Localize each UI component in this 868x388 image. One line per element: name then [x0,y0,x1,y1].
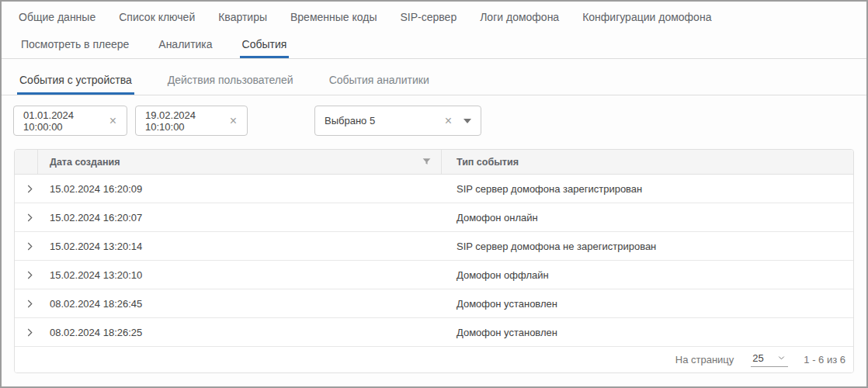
date-column-header: Дата создания [38,150,442,174]
per-page-select[interactable]: 25 [751,352,788,367]
expand-column-header [15,150,38,174]
row-type: Домофон установлен [442,327,853,338]
tab-analitika[interactable]: Аналитика [156,33,214,58]
expand-row-icon[interactable] [24,298,36,310]
expand-row-icon[interactable] [24,183,36,195]
funnel-filter-icon[interactable] [422,157,432,167]
row-type: SIP сервер домофона не зарегистрирован [442,241,853,252]
row-date: 15.02.2024 16:20:07 [38,212,442,223]
row-type: Домофон установлен [442,298,853,310]
date-to-value: 19.02.2024 10:10:00 [145,109,229,133]
filters-row: 01.01.2024 10:00:00 × 19.02.2024 10:10:0… [13,106,866,136]
chevron-down-icon [776,353,786,363]
events-table: Дата создания Тип события 15.02.2024 16:… [14,149,854,373]
subtab-sobytiya-analitiki[interactable]: События аналитики [327,59,432,95]
table-row[interactable]: 15.02.2024 13:20:10 Домофон оффлайн [15,261,853,289]
events-subtab-bar: События с устройства Действия пользовате… [2,59,866,95]
date-to-input[interactable]: 19.02.2024 10:10:00 × [135,106,248,136]
tab-sip-server[interactable]: SIP-сервер [401,11,457,23]
row-date: 08.02.2024 18:26:25 [38,327,442,338]
table-row[interactable]: 15.02.2024 16:20:07 Домофон онлайн [15,203,853,232]
pagination-range: 1 - 6 из 6 [804,354,845,365]
type-column-label: Тип события [457,157,519,168]
per-page-label: На страницу [675,354,734,365]
expand-row-icon[interactable] [24,241,36,252]
expand-row-icon[interactable] [24,269,36,281]
clear-icon[interactable]: × [229,115,238,127]
row-type: Домофон онлайн [442,212,853,223]
caret-down-icon[interactable] [464,119,471,123]
table-header-row: Дата создания Тип события [15,150,853,175]
clear-icon[interactable]: × [444,115,453,127]
table-row[interactable]: 15.02.2024 13:20:14 SIP сервер домофона … [15,232,853,261]
subtab-deystviya-polzovateley[interactable]: Действия пользователей [165,59,296,95]
tab-konfiguracii-domofona[interactable]: Конфигурации домофона [582,11,711,23]
per-page-value: 25 [752,352,763,364]
secondary-tab-bar: Посмотреть в плеере Аналитика События [2,33,866,59]
table-row[interactable]: 08.02.2024 18:26:45 Домофон установлен [15,289,853,318]
event-type-select[interactable]: Выбрано 5 × [314,106,481,136]
tab-obshchie-dannye[interactable]: Общие данные [19,11,95,23]
date-from-input[interactable]: 01.01.2024 10:00:00 × [13,106,127,136]
clear-icon[interactable]: × [109,115,117,127]
expand-row-icon[interactable] [24,327,36,338]
tab-kvartiry[interactable]: Квартиры [218,11,267,23]
main-tab-bar: Общие данные Список ключей Квартиры Врем… [2,2,866,33]
date-from-value: 01.01.2024 10:00:00 [23,109,109,133]
tab-posmotret-v-pleere[interactable]: Посмотреть в плеере [19,33,131,58]
tab-vremennye-kody[interactable]: Временные коды [290,11,377,23]
tab-logi-domofona[interactable]: Логи домофона [480,11,559,23]
app-window: Общие данные Список ключей Квартиры Врем… [0,0,868,388]
tab-spisok-klyuchey[interactable]: Список ключей [119,11,195,23]
event-type-select-value: Выбрано 5 [325,115,375,126]
table-footer: На страницу 25 1 - 6 из 6 [15,347,853,372]
expand-row-icon[interactable] [24,212,36,223]
table-row[interactable]: 08.02.2024 18:26:25 Домофон установлен [15,318,853,347]
subtab-sobytiya-s-ustroystva[interactable]: События с устройства [17,59,134,95]
table-row[interactable]: 15.02.2024 16:20:09 SIP сервер домофона … [15,175,853,203]
type-column-header: Тип события [442,150,853,174]
row-date: 15.02.2024 13:20:14 [38,241,442,252]
tab-sobytiya[interactable]: События [240,33,290,58]
row-type: SIP сервер домофона зарегистрирован [442,183,853,195]
row-type: Домофон оффлайн [442,269,853,281]
row-date: 08.02.2024 18:26:45 [38,298,442,310]
row-date: 15.02.2024 16:20:09 [38,183,442,195]
row-date: 15.02.2024 13:20:10 [38,269,442,281]
date-column-label: Дата создания [50,157,120,168]
